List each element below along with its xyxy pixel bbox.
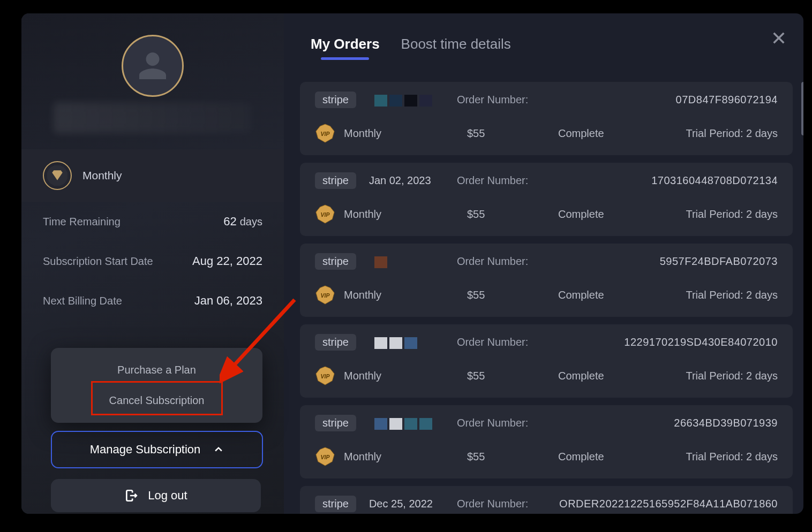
chevron-up-icon: [213, 444, 224, 455]
tab-my-orders[interactable]: My Orders: [311, 36, 380, 58]
order-card: stripeDec 25, 2022Order Number:ORDER2022…: [300, 486, 793, 514]
start-date-row: Subscription Start Date Aug 22, 2022: [21, 241, 284, 281]
provider-badge: stripe: [315, 496, 356, 512]
order-number-value: 1229170219SD430E84072010: [624, 336, 778, 348]
logout-button[interactable]: Log out: [51, 479, 261, 512]
avatar: [122, 35, 184, 97]
svg-text:VIP: VIP: [321, 131, 330, 137]
vip-badge-icon: VIP: [315, 204, 335, 224]
order-date: [369, 336, 444, 349]
next-billing-row: Next Billing Date Jan 06, 2023: [21, 281, 284, 321]
orders-list: stripeOrder Number:07D847F896072194VIPMo…: [300, 82, 793, 514]
order-status: Complete: [558, 370, 681, 382]
order-plan: Monthly: [344, 370, 467, 382]
order-card: stripeOrder Number:07D847F896072194VIPMo…: [300, 82, 793, 155]
order-plan: Monthly: [344, 208, 467, 221]
provider-badge: stripe: [315, 253, 356, 270]
order-number-label: Order Number:: [457, 174, 638, 187]
scrollbar[interactable]: [801, 82, 803, 135]
order-price: $55: [467, 451, 558, 463]
order-trial: Trial Period: 2 days: [681, 208, 778, 221]
svg-text:VIP: VIP: [321, 293, 330, 299]
order-card: stripeOrder Number:5957F24BDFAB072073VIP…: [300, 244, 793, 317]
svg-text:VIP: VIP: [321, 454, 330, 460]
order-plan: Monthly: [344, 451, 467, 463]
order-number-label: Order Number:: [457, 498, 546, 510]
main-panel: My Orders Boost time details stripeOrder…: [284, 13, 803, 514]
order-date: Dec 25, 2022: [369, 498, 444, 510]
current-plan-row: Monthly: [21, 149, 284, 202]
close-icon: [771, 31, 786, 45]
close-button[interactable]: [768, 27, 790, 49]
days-unit: days: [240, 216, 262, 227]
order-number-value: 07D847F896072194: [676, 94, 778, 106]
manage-subscription-label: Manage Subscription: [90, 443, 201, 457]
time-remaining-row: Time Remaining 62days: [21, 202, 284, 241]
username-blurred: [54, 102, 252, 133]
svg-text:VIP: VIP: [321, 212, 330, 218]
current-plan-label: Monthly: [82, 169, 122, 182]
order-date: Jan 02, 2023: [369, 174, 444, 187]
order-price: $55: [467, 127, 558, 140]
order-trial: Trial Period: 2 days: [681, 451, 778, 463]
svg-text:VIP: VIP: [321, 374, 330, 379]
order-date: [369, 255, 444, 268]
time-remaining-value: 62days: [223, 215, 262, 229]
time-remaining-label: Time Remaining: [43, 216, 121, 228]
order-date: [369, 416, 444, 430]
provider-badge: stripe: [315, 92, 356, 108]
order-number-value: 26634BD39B071939: [674, 417, 778, 429]
order-price: $55: [467, 370, 558, 382]
vip-badge-icon: VIP: [315, 446, 335, 467]
order-number-label: Order Number:: [457, 336, 611, 348]
sidebar: Monthly Time Remaining 62days Subscripti…: [21, 13, 284, 514]
order-status: Complete: [558, 451, 681, 463]
order-date: [369, 93, 444, 107]
start-date-label: Subscription Start Date: [43, 255, 153, 268]
order-status: Complete: [558, 208, 681, 221]
order-trial: Trial Period: 2 days: [681, 370, 778, 382]
order-number-value: ORDER20221225165952F84A11AB071860: [559, 498, 778, 510]
order-number-value: 5957F24BDFAB072073: [660, 255, 778, 268]
vip-badge-icon: VIP: [315, 123, 335, 143]
order-price: $55: [467, 289, 558, 301]
avatar-icon: [137, 50, 169, 82]
next-billing-label: Next Billing Date: [43, 295, 122, 307]
order-card: stripeJan 02, 2023Order Number:170316044…: [300, 163, 793, 236]
provider-badge: stripe: [315, 415, 356, 431]
logout-icon: [124, 489, 138, 503]
provider-badge: stripe: [315, 334, 356, 351]
order-number-value: 1703160448708D072134: [651, 174, 778, 187]
order-card: stripeOrder Number:1229170219SD430E84072…: [300, 324, 793, 398]
vip-badge-icon: VIP: [315, 366, 335, 386]
order-status: Complete: [558, 289, 681, 301]
order-plan: Monthly: [344, 127, 467, 140]
logout-label: Log out: [148, 489, 187, 503]
days-number: 62: [223, 215, 236, 228]
manage-popover: Purchase a Plan Cancel Subscription: [51, 348, 262, 423]
next-billing-value: Jan 06, 2023: [194, 294, 262, 308]
account-window: Monthly Time Remaining 62days Subscripti…: [21, 13, 803, 514]
order-plan: Monthly: [344, 289, 467, 301]
order-trial: Trial Period: 2 days: [681, 127, 778, 140]
cancel-subscription-item[interactable]: Cancel Subscription: [93, 388, 221, 413]
order-number-label: Order Number:: [457, 255, 647, 268]
provider-badge: stripe: [315, 172, 356, 189]
purchase-plan-item[interactable]: Purchase a Plan: [101, 358, 212, 383]
order-number-label: Order Number:: [457, 94, 663, 106]
tab-boost-details[interactable]: Boost time details: [401, 36, 511, 58]
tabs: My Orders Boost time details: [284, 13, 803, 67]
vip-badge-icon: VIP: [315, 285, 335, 305]
order-number-label: Order Number:: [457, 417, 661, 429]
diamond-icon: [43, 161, 72, 190]
order-price: $55: [467, 208, 558, 221]
order-trial: Trial Period: 2 days: [681, 289, 778, 301]
order-status: Complete: [558, 127, 681, 140]
manage-subscription-button[interactable]: Manage Subscription: [51, 431, 263, 468]
start-date-value: Aug 22, 2022: [192, 254, 262, 268]
order-card: stripeOrder Number:26634BD39B071939VIPMo…: [300, 405, 793, 478]
